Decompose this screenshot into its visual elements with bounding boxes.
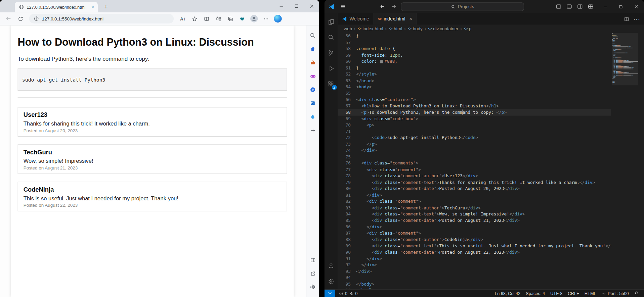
editor-line[interactable]: 78 <div class="comment-author">User123</… (338, 173, 611, 179)
editor-line[interactable]: 90 <div class="comment-date">Posted on A… (338, 249, 611, 255)
sidebar-tools-icon[interactable] (307, 56, 318, 69)
customize-layout-icon[interactable] (586, 2, 595, 11)
navigate-back-icon[interactable] (378, 2, 387, 11)
editor-line[interactable]: 82 <div class="comment"> (338, 198, 611, 205)
editor-line[interactable]: 69 <div class="code-box"> (338, 115, 611, 122)
editor-line[interactable]: 63</head> (338, 77, 611, 84)
indentation-setting[interactable]: Spaces: 4 (526, 291, 545, 296)
tab-close-icon[interactable]: × (90, 4, 95, 10)
editor-line[interactable]: 93</div> (338, 268, 611, 275)
editor-line[interactable]: 57 (338, 39, 611, 46)
live-server-port[interactable]: Port : 5500 (602, 291, 629, 296)
browser-essentials-icon[interactable] (237, 13, 248, 24)
breadcrumb-item-file[interactable]: <>index.html (358, 26, 383, 31)
maximize-button[interactable] (613, 0, 628, 13)
maximize-button[interactable] (289, 0, 304, 12)
tab-close-icon[interactable]: × (409, 16, 412, 22)
editor-line[interactable]: 56} (338, 33, 611, 39)
eol-setting[interactable]: CRLF (568, 291, 579, 296)
editor-line[interactable]: 85 <div class="comment-date">Posted on A… (338, 217, 611, 224)
editor-line[interactable]: 83 <div class="comment-author">TechGuru<… (338, 204, 611, 211)
editor-line[interactable]: 71 (338, 128, 611, 135)
sidebar-microsoft365-icon[interactable] (307, 83, 318, 96)
back-button[interactable] (3, 13, 14, 24)
editor-line[interactable]: 64<body> (338, 84, 611, 90)
toggle-sidebar-icon[interactable] (554, 2, 563, 11)
editor-line[interactable]: 80 <div class="comment-date">Posted on A… (338, 186, 611, 192)
breadcrumb-item-body[interactable]: <>body (408, 26, 423, 31)
editor-line[interactable]: 60 color: #888; (338, 58, 611, 65)
editor-line[interactable]: 86 </div> (338, 224, 611, 230)
editor-line[interactable]: 75 (338, 154, 611, 160)
editor-line[interactable]: 58.comment-date { (338, 46, 611, 52)
source-control-icon[interactable] (325, 45, 338, 60)
new-tab-button[interactable]: + (101, 2, 111, 11)
read-aloud-icon[interactable]: A) (177, 13, 188, 24)
minimize-button[interactable] (597, 0, 613, 13)
tab-welcome[interactable]: Welcome (338, 13, 374, 24)
editor-line[interactable]: 74 </div> (338, 147, 611, 154)
problems-status[interactable]: 0 0 (335, 291, 361, 296)
navigate-forward-icon[interactable] (389, 2, 398, 11)
refresh-button[interactable] (15, 13, 26, 24)
copilot-icon[interactable] (272, 13, 284, 24)
profile-avatar[interactable] (249, 13, 260, 24)
editor-line[interactable]: 70 <p> (338, 122, 611, 128)
settings-more-icon[interactable] (260, 13, 271, 24)
minimap[interactable] (612, 33, 638, 289)
language-mode[interactable]: HTML (585, 291, 596, 296)
remote-indicator[interactable]: >< (325, 290, 335, 297)
sidebar-add-icon[interactable] (307, 123, 318, 137)
close-button[interactable] (629, 0, 644, 13)
open-in-window-icon[interactable] (307, 267, 318, 280)
settings-gear-icon[interactable] (325, 274, 338, 289)
editor-line[interactable]: 91 </div> (338, 255, 611, 262)
site-info-icon[interactable] (34, 16, 39, 21)
explorer-icon[interactable] (325, 14, 338, 30)
menu-hamburger-icon[interactable] (338, 1, 348, 12)
minimize-button[interactable] (273, 0, 289, 12)
collections-icon[interactable] (225, 13, 236, 24)
sidebar-search-icon[interactable] (307, 29, 318, 42)
tab-index-html[interactable]: <> index.html × (374, 13, 417, 24)
editor-line[interactable]: 79 <div class="comment-text">Thanks for … (338, 179, 611, 186)
encoding-setting[interactable]: UTF-8 (550, 291, 562, 296)
editor-line[interactable]: 95</body> (338, 281, 611, 287)
browser-tab[interactable]: 127.0.0.1:5500/web/index.html × (15, 2, 98, 12)
more-actions-icon[interactable]: ⋯ (633, 15, 640, 23)
editor-line[interactable]: 89 <div class="comment-text">This is so … (338, 243, 611, 249)
editor-line[interactable]: 84 <div class="comment-text">Wow, so sim… (338, 211, 611, 217)
run-debug-icon[interactable] (325, 61, 338, 76)
editor-line[interactable]: 59 font-size: 12px; (338, 52, 611, 58)
editor-line[interactable]: 65 (338, 90, 611, 96)
editor-line[interactable]: 77 <div class="comment"> (338, 166, 611, 173)
cursor-position[interactable]: Ln 68, Col 42 (495, 291, 520, 296)
breadcrumb-item-html[interactable]: <>html (389, 26, 402, 31)
extensions-icon[interactable]: 2 (325, 76, 338, 92)
breadcrumb-item-div-container[interactable]: <>div.container (428, 26, 459, 31)
breadcrumb-item-web[interactable]: web (344, 26, 352, 31)
editor-line[interactable]: 94 (338, 275, 611, 281)
toggle-panel-icon[interactable] (564, 2, 574, 11)
toggle-secondary-sidebar-icon[interactable] (575, 2, 585, 11)
editor-line[interactable]: 88 <div class="comment-author">CodeNinja… (338, 236, 611, 243)
editor-line[interactable]: 76 <div class="comments"> (338, 160, 611, 166)
editor-line[interactable]: 66<div class="container"> (338, 96, 611, 103)
sidebar-settings-gear-icon[interactable] (307, 280, 318, 294)
sidebar-drop-icon[interactable] (307, 110, 318, 123)
editor-line[interactable]: 81 </div> (338, 192, 611, 198)
address-bar[interactable]: 127.0.0.1:5500/web/index.html (29, 14, 174, 23)
editor-line[interactable]: 61} (338, 65, 611, 71)
favorites-icon[interactable] (213, 13, 224, 24)
editor-line[interactable]: 73 </p> (338, 141, 611, 147)
editor-line[interactable]: 62</style> (338, 71, 611, 78)
split-screen-icon[interactable] (201, 13, 212, 24)
notifications-bell-icon[interactable] (634, 291, 639, 296)
code-editor[interactable]: 56}5758.comment-date {59 font-size: 12px… (338, 33, 644, 289)
split-editor-icon[interactable] (624, 16, 629, 21)
editor-line[interactable]: 68 <p>To download Python3, here's the co… (338, 109, 611, 115)
search-icon[interactable] (325, 30, 338, 45)
editor-line[interactable]: 87 <div class="comment"> (338, 230, 611, 236)
editor-lines[interactable]: 56}5758.comment-date {59 font-size: 12px… (338, 33, 611, 289)
breadcrumb-item-p[interactable]: <>p (464, 26, 471, 31)
